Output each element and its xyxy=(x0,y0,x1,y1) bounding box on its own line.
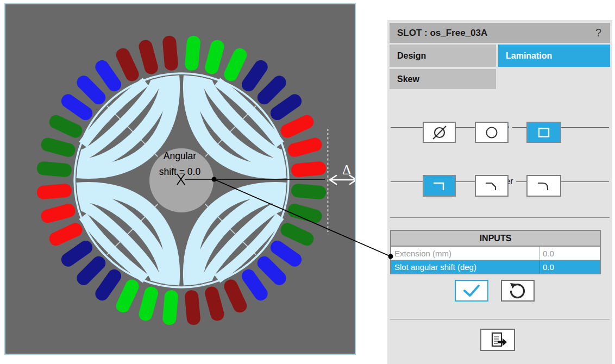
slot-angular-shift-value[interactable]: 0.0 xyxy=(539,260,600,273)
square-icon xyxy=(532,124,556,141)
application-window: Angular shift = 0.0 Δ xyxy=(0,0,615,364)
type-option-slashed-circle-button[interactable] xyxy=(423,122,456,143)
apply-button[interactable] xyxy=(455,280,488,302)
input-row-slot-angular-shift[interactable]: Slot angular shift (deg) 0.0 xyxy=(391,260,600,273)
check-icon xyxy=(459,283,484,299)
section-divider xyxy=(390,319,610,319)
angular-shift-label-line1: Angular xyxy=(164,150,196,161)
slot-properties-panel: SLOT : os_Free_03A ? Design Lamination S… xyxy=(387,20,612,364)
corner-round-icon xyxy=(535,179,553,193)
corner-option-round-button[interactable] xyxy=(526,175,561,197)
circle-icon xyxy=(480,124,504,141)
leader-start-dot xyxy=(212,177,217,182)
tab-design[interactable]: Design xyxy=(390,45,496,67)
help-icon[interactable]: ? xyxy=(595,27,610,39)
panel-header: SLOT : os_Free_03A ? xyxy=(390,23,610,43)
export-button[interactable] xyxy=(480,329,515,351)
angular-shift-label-line2: shift = 0.0 xyxy=(159,166,201,177)
slashed-circle-icon xyxy=(428,124,451,141)
extension-value[interactable]: 0.0 xyxy=(539,247,600,260)
corner-option-sharp-button[interactable] xyxy=(423,175,456,197)
slot-angular-shift-label: Slot angular shift (deg) xyxy=(391,262,539,272)
extension-label: Extension (mm) xyxy=(391,249,539,258)
input-row-extension[interactable]: Extension (mm) 0.0 xyxy=(391,247,600,260)
motor-drawing: Angular shift = 0.0 Δ xyxy=(5,4,355,354)
corner-chamfer-icon xyxy=(482,179,501,193)
corner-option-chamfer-button[interactable] xyxy=(475,175,509,197)
panel-title: SLOT : os_Free_03A xyxy=(390,28,595,39)
section-divider xyxy=(390,217,610,218)
inputs-table: INPUTS Extension (mm) 0.0 Slot angular s… xyxy=(390,230,601,274)
motor-cross-section-view: Angular shift = 0.0 Δ xyxy=(4,3,356,355)
type-option-circle-button[interactable] xyxy=(475,122,509,143)
type-option-square-button[interactable] xyxy=(526,122,561,143)
export-document-icon xyxy=(485,331,510,349)
inputs-table-header: INPUTS xyxy=(391,231,600,247)
corner-sharp-icon xyxy=(430,179,449,193)
tab-skew[interactable]: Skew xyxy=(390,69,496,89)
rotate-ccw-icon xyxy=(505,282,530,299)
reset-button[interactable] xyxy=(501,280,535,302)
tab-lamination[interactable]: Lamination xyxy=(498,45,610,67)
